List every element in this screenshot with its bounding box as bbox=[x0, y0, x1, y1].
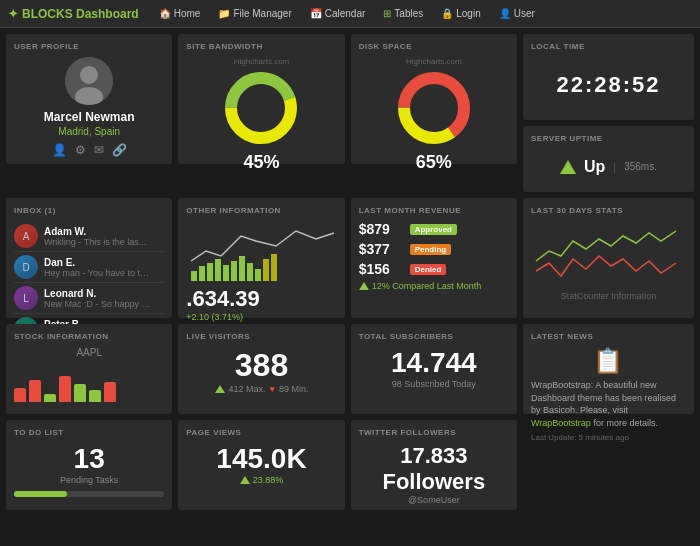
list-item[interactable]: L Leonard N. New Mac :D - So happy with.… bbox=[14, 283, 164, 314]
other-info-card: OTHER INFORMATION .634.39 +2.10 (3.71%) bbox=[178, 198, 344, 318]
profile-icon[interactable]: 👤 bbox=[52, 143, 67, 157]
svg-rect-14 bbox=[231, 261, 237, 281]
time-value: 22:28:52 bbox=[556, 72, 660, 98]
twitter-title: TWITTER FOLLOWERS bbox=[359, 428, 509, 437]
todo-list-card: TO DO LIST 13 Pending Tasks bbox=[6, 420, 172, 510]
bar bbox=[44, 394, 56, 402]
bar bbox=[59, 376, 71, 402]
link-icon[interactable]: 🔗 bbox=[112, 143, 127, 157]
dashboard: USER PROFILE Marcel Newman Madrid, Spain… bbox=[0, 28, 700, 516]
site-bandwidth-title: SITE BANDWIDTH bbox=[186, 42, 336, 51]
brand-icon: ✦ bbox=[8, 7, 18, 21]
avatar: D bbox=[14, 255, 38, 279]
twitter-followers-card: TWITTER FOLLOWERS 17.833 Followers @Some… bbox=[351, 420, 517, 510]
news-icon: 📋 bbox=[531, 347, 686, 375]
disk-space-title: DISK SPACE bbox=[359, 42, 509, 51]
disk-space-card: DISK SPACE Highcharts.com 65% bbox=[351, 34, 517, 164]
nav-user-label: User bbox=[514, 8, 535, 19]
other-change: +2.10 (3.71%) bbox=[186, 312, 336, 322]
heart-icon: ♥ bbox=[270, 384, 275, 394]
revenue-pending: $377 Pending bbox=[359, 241, 509, 257]
bar bbox=[74, 384, 86, 402]
other-info-title: OTHER INFORMATION bbox=[186, 206, 336, 215]
svg-rect-10 bbox=[199, 266, 205, 281]
user-profile-card: USER PROFILE Marcel Newman Madrid, Spain… bbox=[6, 34, 172, 164]
nav-items: 🏠 Home 📁 File Manager 📅 Calendar ⊞ Table… bbox=[151, 5, 543, 22]
nav-tables-label: Tables bbox=[394, 8, 423, 19]
nav-login-label: Login bbox=[456, 8, 480, 19]
list-item[interactable]: D Dan E. Hey man - You have to taste... bbox=[14, 252, 164, 283]
nav-cal-label: Calendar bbox=[325, 8, 366, 19]
diskspace-chart: Highcharts.com 65% bbox=[359, 57, 509, 173]
nav-file-label: File Manager bbox=[233, 8, 291, 19]
news-update: Last Update: 5 minutes ago bbox=[531, 433, 686, 442]
svg-rect-17 bbox=[255, 269, 261, 281]
stock-title: STOCK INFORMATION bbox=[14, 332, 164, 341]
svg-rect-9 bbox=[191, 271, 197, 281]
svg-point-1 bbox=[80, 66, 98, 84]
revenue-amount: $879 bbox=[359, 221, 404, 237]
todo-count: 13 bbox=[14, 443, 164, 475]
uptime-status: Up bbox=[584, 158, 605, 176]
local-time-display: 22:28:52 bbox=[531, 57, 686, 112]
revenue-card: LAST MONTH REVENUE $879 Approved $377 Pe… bbox=[351, 198, 517, 318]
brand: ✦ BLOCKS Dashboard bbox=[8, 7, 139, 21]
user-profile-title: USER PROFILE bbox=[14, 42, 164, 51]
live-max: 412 Max. bbox=[229, 384, 266, 394]
right-col-top: LOCAL TIME 22:28:52 SERVER UPTIME Up | 3… bbox=[523, 34, 694, 192]
bandwidth-chart: Highcharts.com 45% bbox=[186, 57, 336, 173]
live-visitors-sub: 412 Max. ♥ 89 Min. bbox=[186, 384, 336, 394]
email-icon[interactable]: ✉ bbox=[94, 143, 104, 157]
settings-icon[interactable]: ⚙ bbox=[75, 143, 86, 157]
inbox-text: Dan E. Hey man - You have to taste... bbox=[44, 257, 154, 278]
news-body: WrapBootstrap: A beautiful new Dashboard… bbox=[531, 379, 686, 429]
other-info-chart bbox=[186, 221, 336, 286]
total-subscribers-card: TOTAL SUBSCRIBERS 14.744 98 Subscribed T… bbox=[351, 324, 517, 414]
bar bbox=[14, 388, 26, 402]
tables-icon: ⊞ bbox=[383, 8, 391, 19]
news-link[interactable]: WrapBootstrap bbox=[531, 418, 591, 428]
nav-user[interactable]: 👤 User bbox=[491, 5, 543, 22]
uptime-ms: 356ms. bbox=[624, 161, 657, 172]
revenue-approved: $879 Approved bbox=[359, 221, 509, 237]
svg-rect-15 bbox=[239, 256, 245, 281]
stats-title: LAST 30 DAYS STATS bbox=[531, 206, 686, 215]
pageviews-change: 23.88% bbox=[253, 475, 284, 485]
stats-chart bbox=[531, 221, 686, 291]
bar bbox=[89, 390, 101, 402]
progress-bar bbox=[14, 491, 164, 497]
list-item[interactable]: A Adam W. Wrikling - This is the las... bbox=[14, 221, 164, 252]
live-min: 89 Min. bbox=[279, 384, 309, 394]
nav-login[interactable]: 🔒 Login bbox=[433, 5, 488, 22]
revenue-title: LAST MONTH REVENUE bbox=[359, 206, 509, 215]
stats-label: StatCounter Information bbox=[531, 291, 686, 301]
nav-home[interactable]: 🏠 Home bbox=[151, 5, 209, 22]
news-title: LATEST NEWS bbox=[531, 332, 686, 341]
revenue-denied: $156 Denied bbox=[359, 261, 509, 277]
user-name: Marcel Newman bbox=[44, 110, 135, 124]
topnav: ✦ BLOCKS Dashboard 🏠 Home 📁 File Manager… bbox=[0, 0, 700, 28]
revenue-compare: 12% Compared Last Month bbox=[359, 281, 509, 291]
stock-bars bbox=[14, 362, 164, 402]
nav-tables[interactable]: ⊞ Tables bbox=[375, 5, 431, 22]
inbox-preview: New Mac :D - So happy with... bbox=[44, 299, 154, 309]
pending-badge: Pending bbox=[410, 244, 452, 255]
user-action-icons: 👤 ⚙ ✉ 🔗 bbox=[52, 143, 127, 157]
site-bandwidth-card: SITE BANDWIDTH Highcharts.com 45% bbox=[178, 34, 344, 164]
inbox-name: Adam W. bbox=[44, 226, 146, 237]
svg-rect-16 bbox=[247, 263, 253, 281]
bar bbox=[104, 382, 116, 402]
up-icon bbox=[240, 476, 250, 484]
nav-home-label: Home bbox=[174, 8, 201, 19]
nav-calendar[interactable]: 📅 Calendar bbox=[302, 5, 374, 22]
uptime-display: Up | 356ms. bbox=[531, 149, 686, 184]
local-time-card: LOCAL TIME 22:28:52 bbox=[523, 34, 694, 120]
inbox-text: Adam W. Wrikling - This is the las... bbox=[44, 226, 146, 247]
nav-filemanager[interactable]: 📁 File Manager bbox=[210, 5, 299, 22]
svg-rect-13 bbox=[223, 265, 229, 281]
live-visitors-card: LIVE VISITORS 388 412 Max. ♥ 89 Min. bbox=[178, 324, 344, 414]
inbox-title: INBOX (1) bbox=[14, 206, 164, 215]
avatar: A bbox=[14, 224, 38, 248]
twitter-handle: @SomeUser bbox=[359, 495, 509, 505]
calendar-icon: 📅 bbox=[310, 8, 322, 19]
